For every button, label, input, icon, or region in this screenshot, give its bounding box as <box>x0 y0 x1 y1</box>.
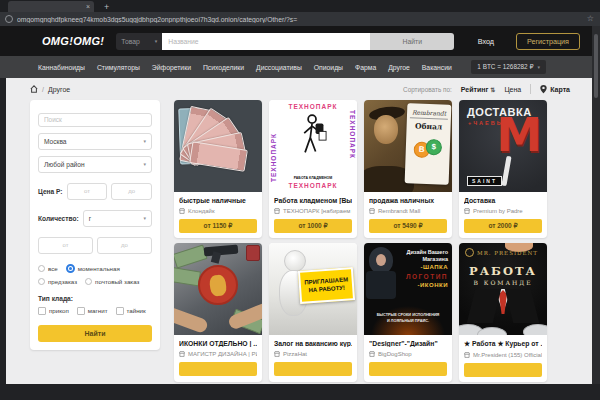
vendor-name: МАГИСТР ДИЗАЙНА | РИ... <box>188 351 257 357</box>
register-button[interactable]: Регистрация <box>516 33 580 50</box>
product-title[interactable]: быстрые наличные <box>179 197 257 204</box>
browser-scrollbar[interactable] <box>592 26 600 384</box>
checkbox-unchecked[interactable] <box>77 307 85 315</box>
nav-item[interactable]: Каннабиноиды <box>38 64 85 71</box>
checkbox-unchecked[interactable] <box>116 307 124 315</box>
scrollbar-thumb[interactable] <box>594 34 598 98</box>
nav-item[interactable]: Психоделики <box>203 64 244 71</box>
delivery-option[interactable]: почтовый заказ <box>85 278 139 285</box>
price-button[interactable] <box>369 362 447 376</box>
login-link[interactable]: Вход <box>478 37 494 46</box>
price-button[interactable] <box>274 362 352 376</box>
home-icon[interactable] <box>30 85 38 93</box>
nav-item[interactable]: Другое <box>388 64 410 71</box>
nav-item[interactable]: Вакансии <box>422 64 452 71</box>
site-info-icon[interactable] <box>5 15 13 23</box>
tab-close-icon[interactable]: × <box>86 3 90 10</box>
chevron-down-icon: ▾ <box>143 162 146 167</box>
product-vendor[interactable]: BigDogShop <box>369 351 447 357</box>
search-button[interactable]: Найти <box>370 33 454 50</box>
price-button[interactable]: от 5490 ₽ <box>369 219 447 233</box>
option-label: магнит <box>88 307 108 314</box>
city-select[interactable]: Москва ▾ <box>38 133 152 150</box>
nav-item[interactable]: Эйфоретики <box>152 64 191 71</box>
product-card[interactable]: ИКОНКИ ОТДЕЛЬНО | ...МАГИСТР ДИЗАЙНА | Р… <box>174 243 262 382</box>
product-vendor[interactable]: МАГИСТР ДИЗАЙНА | РИ... <box>179 351 257 357</box>
browser-tab[interactable]: × <box>8 1 94 12</box>
product-title[interactable]: ИКОНКИ ОТДЕЛЬНО | ... <box>179 340 257 347</box>
figure-torso-shape <box>366 271 396 299</box>
product-title[interactable]: "Designer"-"Дизайн" <box>369 340 447 347</box>
product-vendor[interactable]: Mr.President (155) Official <box>464 352 542 358</box>
product-title[interactable]: ★ Работа ★ Курьер от ... <box>464 340 542 348</box>
product-vendor[interactable]: ТЕХНОПАРК [набираем к... <box>274 208 352 214</box>
product-card-body: продажа наличныхRembrandt Mallот 5490 ₽ <box>364 192 452 238</box>
radio-unchecked[interactable] <box>85 278 92 285</box>
district-value: Любой район <box>44 161 85 168</box>
stash-option[interactable]: прикоп <box>38 307 69 315</box>
radio-checked[interactable] <box>66 264 75 273</box>
product-vendor[interactable]: PizzaHat <box>274 351 352 357</box>
product-title[interactable]: продажа наличных <box>369 197 447 204</box>
product-card[interactable]: ТЕХНОПАРКТЕХНОПАРКТЕХНОПАРКРАБОТА КЛАДМЕ… <box>269 100 357 238</box>
delivery-option[interactable]: предзаказ <box>38 278 77 285</box>
nav-item[interactable]: Опиоиды <box>314 64 343 71</box>
product-card[interactable]: ДОСТАВКА+ЧАЕВЫЕМSAINTДоставкаPremium by … <box>459 100 547 238</box>
district-select[interactable]: Любой район ▾ <box>38 156 152 173</box>
checkbox-unchecked[interactable] <box>38 307 46 315</box>
product-card-body: ИКОНКИ ОТДЕЛЬНО | ...МАГИСТР ДИЗАЙНА | Р… <box>174 335 262 381</box>
stash-option[interactable]: магнит <box>77 307 108 315</box>
sort-group: Сортировать по: Рейтинг ⇅ Цена Карта <box>403 84 570 94</box>
price-button[interactable]: от 1000 ₽ <box>274 219 352 233</box>
nav-item[interactable]: Фарма <box>355 64 376 71</box>
price-button[interactable] <box>179 362 257 376</box>
product-title[interactable]: Доставка <box>464 197 542 204</box>
art-brand-top: ТЕХНОПАРК <box>269 103 357 110</box>
map-link[interactable]: Карта <box>540 85 570 94</box>
search-input[interactable] <box>162 33 370 50</box>
product-card[interactable]: RembrandtОбналB$продажа наличныхRembrand… <box>364 100 452 238</box>
art-sign-text: ПРИГЛАШАЕМ НА РАБОТУ! <box>298 267 355 304</box>
browser-url-bar[interactable]: omgomgnghdfpkneeg74kmob3dgs5uggjdbhpq2on… <box>0 12 600 26</box>
nav-item[interactable]: Диссоциативы <box>256 64 302 71</box>
btc-rate-selector[interactable]: 1 BTC = 1268282 ₽ ▾ <box>471 60 546 74</box>
nav-item[interactable]: Стимуляторы <box>97 64 140 71</box>
new-tab-icon[interactable]: + <box>104 2 109 12</box>
sort-by-price[interactable]: Цена <box>504 86 521 93</box>
breadcrumb-current[interactable]: Другое <box>48 86 70 93</box>
product-card[interactable]: Дизайн ВашегоМагазина-ШАПКАЛОГОТИП-ИКОНК… <box>364 243 452 382</box>
stash-option[interactable]: тайник <box>116 307 146 315</box>
price-from-input[interactable] <box>67 183 108 200</box>
price-button[interactable]: от 1150 ₽ <box>179 219 257 233</box>
quantity-from-input[interactable] <box>38 237 93 254</box>
product-card[interactable]: быстрые наличныеКлондайкот 1150 ₽ <box>174 100 262 238</box>
site-logo[interactable]: OMG!OMG! <box>42 35 104 47</box>
url-text[interactable]: omgomgnghdfpkneeg74kmob3dgs5uggjdbhpq2on… <box>17 16 581 23</box>
search-category-select[interactable]: Товар ▾ <box>116 33 162 50</box>
filter-search-input[interactable] <box>38 113 152 127</box>
art-caption-line: И ЛОЯЛЬНЫЙ ПРАЙС. <box>364 319 452 324</box>
dollar-bill-shape <box>174 267 201 287</box>
price-button[interactable]: от 2000 ₽ <box>464 219 542 233</box>
radio-unchecked[interactable] <box>38 278 45 285</box>
product-title[interactable]: Залог на вакансию кур... <box>274 340 352 347</box>
vendor-name: PizzaHat <box>283 351 307 357</box>
radio-unchecked[interactable] <box>38 265 45 272</box>
product-card[interactable]: ПРИГЛАШАЕМ НА РАБОТУ!Залог на вакансию к… <box>269 243 357 382</box>
bookmark-star-icon[interactable]: ☆ <box>587 15 594 23</box>
product-card[interactable]: MR. PRESIDENTРАБОТАВ КОМАНДЕ★ Работа ★ К… <box>459 243 547 382</box>
product-vendor[interactable]: Premium by Padre <box>464 208 542 214</box>
filter-submit-button[interactable]: Найти <box>38 325 152 342</box>
price-button[interactable] <box>464 363 542 377</box>
sort-by-rating[interactable]: Рейтинг ⇅ <box>461 86 496 93</box>
storefront-icon <box>464 352 470 358</box>
product-vendor[interactable]: Клондайк <box>179 208 257 214</box>
product-vendor[interactable]: Rembrandt Mall <box>369 208 447 214</box>
delivery-option[interactable]: моментальная <box>66 264 120 273</box>
delivery-option[interactable]: все <box>38 264 58 273</box>
gun-shape <box>204 245 239 257</box>
unit-select[interactable]: г ▾ <box>83 210 152 227</box>
price-to-input[interactable] <box>111 183 152 200</box>
product-title[interactable]: Работа кладменом [Вы... <box>274 197 352 204</box>
quantity-to-input[interactable] <box>97 237 152 254</box>
